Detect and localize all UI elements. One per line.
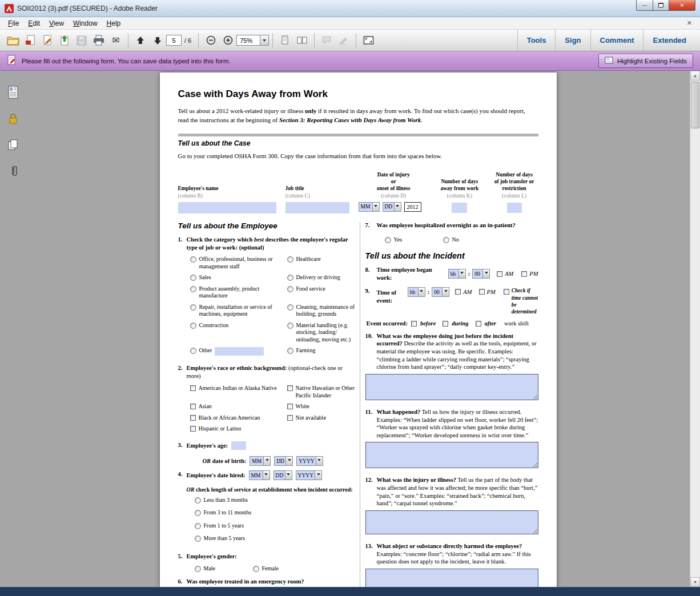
race-checkbox[interactable] xyxy=(190,404,196,409)
event-pm-checkbox[interactable] xyxy=(479,289,485,295)
began-minute-select[interactable]: 00 xyxy=(472,269,490,279)
security-settings-button[interactable] xyxy=(6,112,21,126)
employee-age-input[interactable] xyxy=(231,441,246,450)
event-minute-select[interactable]: 00 xyxy=(432,287,449,297)
menu-file[interactable]: File xyxy=(3,18,23,29)
extended-panel-button[interactable]: Extended xyxy=(643,30,695,51)
employee-name-input[interactable] xyxy=(178,202,276,214)
began-am-checkbox[interactable] xyxy=(497,271,502,277)
create-pdf-button[interactable] xyxy=(22,32,39,49)
service-length-radio[interactable] xyxy=(195,510,201,516)
race-checkbox[interactable] xyxy=(287,415,293,421)
menubar-close-icon[interactable]: ✕ xyxy=(682,19,697,27)
next-page-button[interactable] xyxy=(149,32,166,49)
page-thumbnails-button[interactable] xyxy=(6,86,21,99)
job-category-radio[interactable] xyxy=(190,256,196,263)
dob-day-select[interactable]: DD xyxy=(274,456,293,466)
race-checkbox[interactable] xyxy=(190,415,196,421)
scrolling-mode-button[interactable] xyxy=(276,32,293,49)
after-shift-checkbox[interactable] xyxy=(476,321,481,327)
service-length-radio[interactable] xyxy=(195,535,201,542)
harmful-object-textarea[interactable] xyxy=(365,569,538,587)
began-pm-checkbox[interactable] xyxy=(521,271,527,277)
service-length-radio[interactable] xyxy=(195,523,201,529)
email-button[interactable]: ✉ xyxy=(107,32,124,49)
hired-month-select[interactable]: MM xyxy=(249,470,270,480)
job-category-radio[interactable] xyxy=(287,304,293,311)
job-category-radio[interactable] xyxy=(287,275,293,281)
vertical-scrollbar[interactable]: ▲ ▼ xyxy=(690,71,700,587)
open-file-button[interactable] xyxy=(5,32,22,49)
job-category-radio[interactable] xyxy=(190,286,196,292)
before-shift-checkbox[interactable] xyxy=(411,321,417,327)
sticky-note-button[interactable] xyxy=(318,32,335,49)
began-hour-select[interactable]: hh xyxy=(448,269,466,279)
race-checkbox[interactable] xyxy=(190,385,196,391)
what-happened-textarea[interactable] xyxy=(365,442,538,468)
sign-panel-button[interactable]: Sign xyxy=(555,30,590,51)
previous-page-button[interactable] xyxy=(132,32,149,49)
menu-view[interactable]: View xyxy=(45,18,69,29)
highlight-existing-fields-button[interactable]: Highlight Existing Fields xyxy=(598,54,693,68)
job-category-radio[interactable] xyxy=(190,275,196,281)
close-button[interactable]: ✕ xyxy=(669,0,695,11)
job-title-input[interactable] xyxy=(285,202,349,214)
attachments-button[interactable] xyxy=(6,164,21,178)
incident-section-heading: Tell us about the Incident xyxy=(365,251,538,260)
print-button[interactable] xyxy=(90,32,107,49)
save-button[interactable] xyxy=(73,32,90,49)
job-category-radio[interactable] xyxy=(190,348,196,354)
injury-description-textarea[interactable] xyxy=(365,510,538,534)
injury-month-select[interactable]: MM xyxy=(359,202,380,212)
fullscreen-mode-button[interactable] xyxy=(360,32,377,49)
menu-help[interactable]: Help xyxy=(102,18,126,29)
hired-day-select[interactable]: DD xyxy=(273,470,292,480)
menu-edit[interactable]: Edit xyxy=(23,18,45,29)
scroll-up-button[interactable]: ▲ xyxy=(690,71,700,80)
page-number-input[interactable] xyxy=(166,35,182,46)
activity-before-incident-textarea[interactable] xyxy=(365,374,538,400)
job-category-radio[interactable] xyxy=(190,304,196,311)
race-checkbox[interactable] xyxy=(190,426,196,432)
page-fit-button[interactable] xyxy=(293,32,311,49)
maximize-button[interactable] xyxy=(653,0,669,11)
dob-year-select[interactable]: YYYY xyxy=(296,456,323,466)
hospitalized-radio[interactable] xyxy=(385,237,391,243)
chevron-down-icon xyxy=(372,202,380,212)
event-hour-select[interactable]: hh xyxy=(408,287,425,297)
race-checkbox[interactable] xyxy=(287,385,293,391)
hired-year-select[interactable]: YYYY xyxy=(296,470,322,480)
pages-panel-button[interactable] xyxy=(6,138,21,152)
share-file-button[interactable] xyxy=(56,32,73,49)
zoom-level-select[interactable]: 75% xyxy=(236,35,269,46)
other-category-input[interactable] xyxy=(215,347,264,356)
sign-document-button[interactable] xyxy=(39,32,56,49)
injury-day-select[interactable]: DD xyxy=(383,202,401,212)
service-length-radio[interactable] xyxy=(195,497,201,504)
job-category-radio[interactable] xyxy=(287,286,293,292)
comment-panel-button[interactable]: Comment xyxy=(590,30,643,51)
during-shift-checkbox[interactable] xyxy=(442,321,448,327)
days-restriction-input[interactable] xyxy=(507,203,522,213)
dob-month-select[interactable]: MM xyxy=(250,456,271,466)
tools-panel-button[interactable]: Tools xyxy=(517,30,556,51)
scroll-down-button[interactable]: ▼ xyxy=(690,577,700,587)
scrollbar-track[interactable] xyxy=(690,130,700,577)
job-category-radio[interactable] xyxy=(287,256,293,263)
job-category-radio[interactable] xyxy=(287,348,293,354)
zoom-out-button[interactable] xyxy=(202,32,219,49)
scrollbar-thumb[interactable] xyxy=(691,82,699,128)
minimize-button[interactable]: — xyxy=(636,0,653,11)
job-category-radio[interactable] xyxy=(287,323,293,329)
job-category-radio[interactable] xyxy=(190,323,196,329)
time-undetermined-checkbox[interactable] xyxy=(504,289,509,295)
highlight-text-button[interactable] xyxy=(335,32,352,49)
gender-radio[interactable] xyxy=(195,566,201,572)
days-away-input[interactable] xyxy=(452,203,467,213)
zoom-in-button[interactable] xyxy=(219,32,236,49)
event-am-checkbox[interactable] xyxy=(455,289,461,295)
hospitalized-radio[interactable] xyxy=(443,237,449,243)
race-checkbox[interactable] xyxy=(287,404,293,409)
gender-radio[interactable] xyxy=(253,566,259,572)
menu-window[interactable]: Window xyxy=(69,18,102,29)
